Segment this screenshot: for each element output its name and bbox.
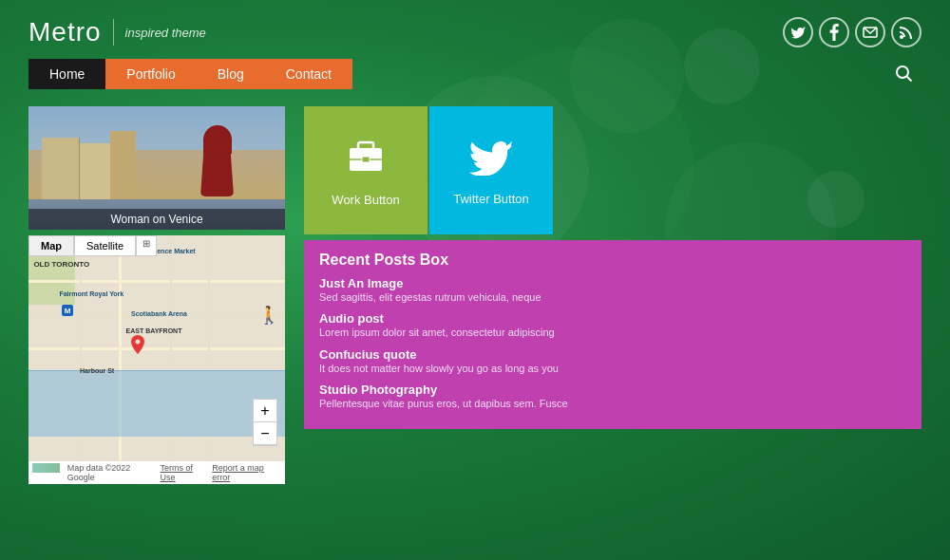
post-item-3[interactable]: Studio Photography Pellentesque vitae pu… — [319, 383, 906, 410]
map-label-harbour: Harbour St — [80, 367, 114, 374]
twitter-button-label: Twitter Button — [453, 192, 528, 206]
map-label-eastbayfront: EAST BAYFRONT — [126, 327, 182, 334]
map-inner: OLD TORONTO St. Lawrence Market EAST BAY… — [28, 235, 285, 484]
map-label-toronto: OLD TORONTO — [33, 260, 89, 269]
nav-portfolio[interactable]: Portfolio — [105, 59, 196, 89]
post-item-0[interactable]: Just An Image Sed sagittis, elit egestas… — [319, 276, 906, 304]
post-excerpt-1: Lorem ipsum dolor sit amet, consectetur … — [319, 326, 906, 339]
post-title-2: Confucius quote — [319, 347, 906, 362]
post-item-1[interactable]: Audio post Lorem ipsum dolor sit amet, c… — [319, 311, 906, 339]
briefcase-icon — [342, 134, 390, 185]
post-title-1: Audio post — [319, 311, 906, 326]
map-terms[interactable]: Terms of Use — [161, 463, 209, 482]
main-content: Woman on Venice — [0, 106, 950, 484]
post-excerpt-3: Pellentesque vitae purus eros, ut dapibu… — [319, 397, 906, 410]
map-footer-text: Map data ©2022 Google — [67, 463, 157, 482]
map-zoom-controls: + − — [253, 399, 277, 446]
twitter-button-tile[interactable]: Twitter Button — [429, 106, 553, 234]
work-button-label: Work Button — [332, 193, 399, 207]
post-excerpt-0: Sed sagittis, elit egestas rutrum vehicu… — [319, 290, 906, 304]
post-title-3: Studio Photography — [319, 383, 906, 397]
nav-blog[interactable]: Blog — [197, 59, 265, 89]
nav-buttons: Home Portfolio Blog Contact — [28, 59, 352, 89]
map-pin — [131, 335, 146, 354]
venice-caption: Woman on Venice — [28, 209, 285, 230]
header: Metro inspired theme — [0, 0, 950, 57]
twitter-tile-icon — [467, 136, 515, 184]
svg-point-2 — [897, 66, 908, 78]
map-label-fairmont: Fairmont Royal York — [59, 290, 124, 297]
post-item-2[interactable]: Confucius quote It does not matter how s… — [319, 347, 906, 375]
map-tab[interactable]: Map — [28, 235, 74, 256]
map-tile[interactable]: OLD TORONTO St. Lawrence Market EAST BAY… — [28, 235, 285, 484]
left-column: Woman on Venice — [28, 106, 285, 484]
tiles-row: Work Button Twitter Button — [304, 106, 922, 234]
rss-social-icon[interactable] — [891, 17, 922, 47]
social-icons — [783, 17, 922, 47]
satellite-tab[interactable]: Satellite — [74, 235, 136, 256]
recent-posts-box: Recent Posts Box Just An Image Sed sagit… — [304, 240, 922, 429]
twitter-social-icon[interactable] — [783, 17, 813, 47]
venice-image-tile[interactable]: Woman on Venice — [28, 106, 285, 230]
facebook-social-icon[interactable] — [819, 17, 849, 47]
zoom-out-button[interactable]: − — [254, 422, 276, 445]
email-social-icon[interactable] — [855, 17, 885, 47]
recent-posts-title: Recent Posts Box — [319, 252, 906, 269]
pegman-icon[interactable]: 🚶 — [258, 305, 279, 326]
map-report[interactable]: Report a map error — [212, 463, 281, 482]
map-water — [28, 370, 285, 437]
nav-contact[interactable]: Contact — [265, 59, 352, 89]
svg-rect-5 — [362, 157, 370, 162]
svg-point-1 — [900, 35, 903, 39]
zoom-in-button[interactable]: + — [254, 400, 276, 422]
right-column: Work Button Twitter Button Recent Posts … — [304, 106, 922, 484]
logo-area: Metro inspired theme — [28, 17, 206, 47]
search-button[interactable] — [887, 57, 922, 91]
work-button-tile[interactable]: Work Button — [304, 106, 428, 234]
logo-divider — [113, 19, 114, 46]
post-excerpt-2: It does not matter how slowly you go as … — [319, 362, 906, 375]
post-title-0: Just An Image — [319, 276, 906, 290]
nav-row: Home Portfolio Blog Contact — [0, 57, 950, 91]
logo-title: Metro — [28, 17, 102, 47]
map-footer: Map data ©2022 Google Terms of Use Repor… — [28, 461, 285, 484]
nav-home[interactable]: Home — [28, 59, 105, 89]
map-tabs: Map Satellite ⊞ — [28, 235, 157, 256]
logo-subtitle: inspired theme — [125, 26, 206, 40]
map-label-scotiabank: Scotiabank Arena — [131, 310, 187, 317]
